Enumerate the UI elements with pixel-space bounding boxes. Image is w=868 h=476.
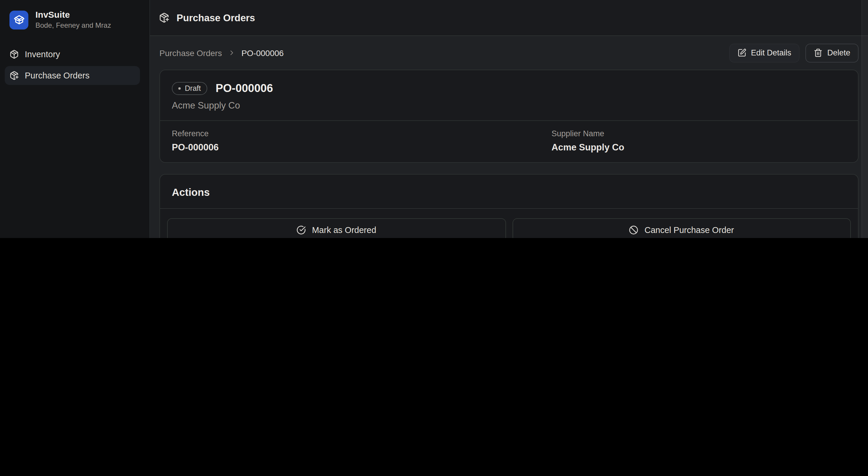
toolbar-actions: Edit Details Delete <box>729 43 859 62</box>
actions-header: Actions <box>160 175 858 208</box>
page-title: Purchase Orders <box>177 12 255 23</box>
sidebar-item-label: Inventory <box>25 49 60 59</box>
package-icon <box>9 49 19 59</box>
actions-title: Actions <box>172 186 846 199</box>
field-label: Supplier Name <box>552 129 846 138</box>
po-number-title: PO-000006 <box>216 82 273 95</box>
sidebar-header: InvSuite Bode, Feeney and Mraz <box>0 0 149 39</box>
status-badge: Draft <box>172 82 207 95</box>
field-reference: Reference PO-000006 <box>172 129 552 153</box>
package-open-icon <box>13 14 25 25</box>
cancel-purchase-order-label: Cancel Purchase Order <box>645 225 734 235</box>
main-area: Purchase Orders Purchase Orders PO-00000… <box>150 0 868 238</box>
app-identity: InvSuite Bode, Feeney and Mraz <box>35 9 111 30</box>
status-label: Draft <box>185 84 201 93</box>
chevron-right-icon <box>228 49 236 57</box>
content: Draft PO-000006 Acme Supply Co Reference… <box>150 70 868 238</box>
toolbar: Purchase Orders PO-000006 Edit Details <box>150 36 868 70</box>
status-dot-icon <box>178 87 181 90</box>
app-org: Bode, Feeney and Mraz <box>35 21 111 30</box>
page-header: Purchase Orders <box>150 0 868 36</box>
mark-as-ordered-label: Mark as Ordered <box>312 225 376 235</box>
scrollbar[interactable] <box>862 0 868 238</box>
field-value: Acme Supply Co <box>552 142 846 153</box>
package-plus-icon <box>9 71 19 80</box>
breadcrumb-current: PO-000006 <box>242 48 284 58</box>
po-supplier-subtitle: Acme Supply Co <box>172 100 846 111</box>
delete-button[interactable]: Delete <box>805 43 859 62</box>
ban-icon <box>629 225 639 235</box>
sidebar-item-purchase-orders[interactable]: Purchase Orders <box>5 66 140 85</box>
field-supplier-name: Supplier Name Acme Supply Co <box>552 129 846 153</box>
breadcrumb: Purchase Orders PO-000006 <box>159 48 284 58</box>
mark-as-ordered-button[interactable]: Mark as Ordered <box>167 218 506 238</box>
breadcrumb-parent-link[interactable]: Purchase Orders <box>159 48 222 58</box>
sidebar-item-label: Purchase Orders <box>25 71 89 80</box>
circle-check-icon <box>297 225 306 235</box>
sidebar-item-inventory[interactable]: Inventory <box>5 45 140 64</box>
edit-details-label: Edit Details <box>751 48 791 57</box>
package-plus-icon <box>159 12 169 23</box>
po-summary-card: Draft PO-000006 Acme Supply Co Reference… <box>159 70 859 163</box>
sidebar-nav: Inventory Purchase Orders <box>0 45 149 85</box>
field-label: Reference <box>172 129 552 138</box>
cancel-purchase-order-button[interactable]: Cancel Purchase Order <box>512 218 851 238</box>
actions-card: Actions Mark as Ordered <box>159 174 859 238</box>
edit-details-button[interactable]: Edit Details <box>729 43 800 62</box>
square-pen-icon <box>737 48 746 57</box>
trash-icon <box>814 48 823 57</box>
app-window: InvSuite Bode, Feeney and Mraz Inventory <box>0 0 868 238</box>
field-value: PO-000006 <box>172 142 552 153</box>
po-summary-header: Draft PO-000006 Acme Supply Co <box>160 70 858 120</box>
app-name: InvSuite <box>35 9 111 20</box>
app-logo <box>9 10 28 29</box>
po-summary-fields: Reference PO-000006 Supplier Name Acme S… <box>160 121 858 162</box>
delete-label: Delete <box>827 48 850 57</box>
sidebar: InvSuite Bode, Feeney and Mraz Inventory <box>0 0 150 238</box>
